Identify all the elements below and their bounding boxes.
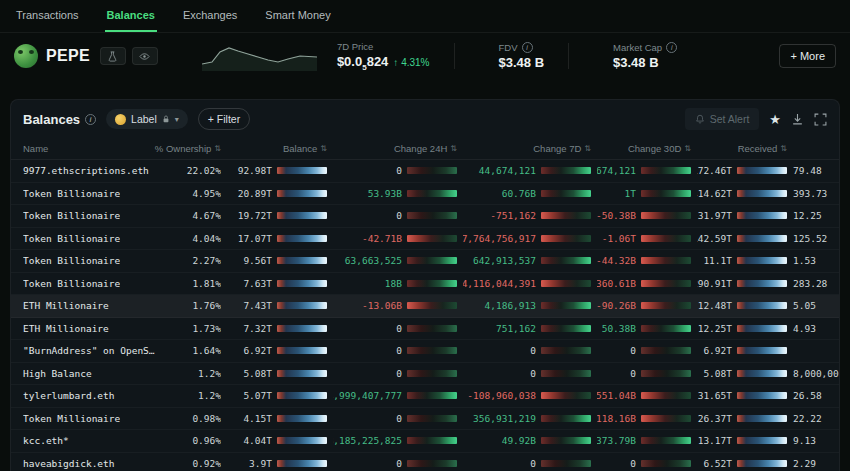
table-row[interactable]: tylerlumbard.eth1.2%5.07T4,999,407,777-1… (11, 385, 839, 408)
cell-ownership: 1.73% (163, 323, 221, 334)
column-header[interactable]: Change 7D⇅ (463, 143, 591, 154)
cell-name[interactable]: Token Billionaire (23, 233, 157, 244)
column-header[interactable]: Change 24H⇅ (333, 143, 457, 154)
more-button[interactable]: + More (779, 44, 836, 68)
change-bar (407, 212, 457, 219)
token-name: PEPE (46, 47, 90, 65)
fullscreen-button[interactable] (814, 113, 827, 126)
fdv-stat: FDVi $3.48 B (499, 42, 545, 70)
market-cap-value: $3.48 B (613, 55, 677, 70)
column-header[interactable]: Received⇅ (697, 143, 787, 154)
column-header[interactable]: % Ownership⇅ (163, 143, 221, 154)
column-header[interactable]: Change 30D⇅ (597, 143, 691, 154)
cell-name[interactable]: ETH Millionaire (23, 300, 157, 311)
price-prefix: $0.0 (337, 54, 362, 69)
change-bar (641, 212, 691, 219)
cell-name[interactable]: "BurnAddress" on OpenSea (23, 345, 157, 356)
change-bar (407, 302, 457, 309)
cell-c30: 50.38B (597, 323, 691, 334)
balance-bar (737, 325, 787, 332)
table-row[interactable]: haveabigdick.eth0.92%3.9T0006.52T2.29 (11, 453, 839, 471)
change-bar (407, 460, 457, 467)
cell-received: 13.17T (697, 435, 787, 446)
tab-exchanges[interactable]: Exchanges (181, 0, 239, 32)
label-filter-pill[interactable]: Label ▾ (106, 109, 188, 129)
cell-name[interactable]: haveabigdick.eth (23, 458, 157, 469)
cell-balance: 3.9T (227, 458, 327, 469)
set-alert-button[interactable]: Set Alert (685, 108, 760, 130)
cell-name[interactable]: ETH Millionaire (23, 323, 157, 334)
price-sparkline (202, 41, 317, 71)
eye-button[interactable] (132, 47, 158, 65)
price-label: 7D Price (337, 41, 430, 52)
column-header[interactable]: Balance⇅ (227, 143, 327, 154)
cell-received: 31.97T (697, 210, 787, 221)
cell-c7: -4,116,044,391 (463, 278, 591, 289)
flask-button[interactable] (100, 47, 126, 65)
change-bar (641, 167, 691, 174)
add-filter-button[interactable]: + Filter (198, 108, 250, 130)
tab-smart-money[interactable]: Smart Money (263, 0, 332, 32)
table-row[interactable]: High Balance1.2%5.08T0005.08T8,000,000 (11, 363, 839, 386)
cell-last: 5.05 (793, 300, 840, 311)
cell-name[interactable]: Token Millionaire (23, 413, 157, 424)
table-row[interactable]: Token Billionaire4.95%20.89T53.93B60.76B… (11, 183, 839, 206)
cell-name[interactable]: Token Billionaire (23, 255, 157, 266)
change-bar (541, 415, 591, 422)
cell-balance: 6.92T (227, 345, 327, 356)
cell-name[interactable]: High Balance (23, 368, 157, 379)
table-row[interactable]: kcc.eth*0.96%4.04T8,185,225,82549.92B373… (11, 430, 839, 453)
top-nav: Transactions Balances Exchanges Smart Mo… (0, 0, 850, 33)
label-coin-icon (115, 114, 126, 125)
cell-c30: -44.32B (597, 255, 691, 266)
table-row[interactable]: Token Billionaire4.67%19.72T0-751,162-50… (11, 205, 839, 228)
cell-name[interactable]: Token Billionaire (23, 188, 157, 199)
cell-name[interactable]: Token Billionaire (23, 278, 157, 289)
cell-name[interactable]: Token Billionaire (23, 210, 157, 221)
cell-c24: 0 (333, 165, 457, 176)
download-button[interactable] (791, 113, 804, 126)
change-bar (641, 392, 691, 399)
eye-icon (139, 51, 150, 62)
table-row[interactable]: ETH Millionaire1.73%7.32T0751,16250.38B1… (11, 318, 839, 341)
table-row[interactable]: "BurnAddress" on OpenSea1.64%6.92T0006.9… (11, 340, 839, 363)
cell-name[interactable]: 9977.ethscriptions.eth (23, 165, 157, 176)
tab-balances[interactable]: Balances (105, 0, 157, 32)
cell-balance: 20.89T (227, 188, 327, 199)
balance-bar (277, 235, 327, 242)
cell-c30: -90.26B (597, 300, 691, 311)
info-icon: i (666, 42, 677, 53)
expand-icon (814, 113, 827, 126)
cell-c7: -108,960,038 (463, 390, 591, 401)
cell-c7: -7,764,756,917 (463, 233, 591, 244)
cell-received: 142.59T (697, 233, 787, 244)
table-row[interactable]: Token Billionaire2.27%9.56T63,663,525642… (11, 250, 839, 273)
flask-icon (107, 51, 118, 62)
table-row[interactable]: 9977.ethscriptions.eth22.02%92.98T044,67… (11, 160, 839, 183)
table-row[interactable]: Token Billionaire1.81%7.63T18B-4,116,044… (11, 273, 839, 296)
cell-name[interactable]: tylerlumbard.eth (23, 390, 157, 401)
balance-bar (737, 190, 787, 197)
table-header: Name% Ownership⇅Balance⇅Change 24H⇅Chang… (11, 138, 839, 160)
cell-c30: 0 (597, 368, 691, 379)
cell-received: 6.52T (697, 458, 787, 469)
cell-received: 414.62T (697, 188, 787, 199)
balance-bar (737, 392, 787, 399)
table-row[interactable]: Token Billionaire4.04%17.07T-42.71B-7,76… (11, 228, 839, 251)
balance-bar (277, 392, 327, 399)
table-row[interactable]: Token Millionaire0.98%4.15T0356,931,219-… (11, 408, 839, 431)
change-bar (407, 280, 457, 287)
change-bar (641, 347, 691, 354)
balance-bar (737, 415, 787, 422)
balance-bar (277, 437, 327, 444)
favorite-star-button[interactable]: ★ (769, 113, 781, 126)
table-row[interactable]: ETH Millionaire1.76%7.43T-13.06B4,186,91… (11, 295, 839, 318)
balance-bar (737, 280, 787, 287)
cell-received: 5.08T (697, 368, 787, 379)
cell-c7: 4,186,913 (463, 300, 591, 311)
cell-c30: -551.04B (597, 390, 691, 401)
tab-transactions[interactable]: Transactions (14, 0, 81, 32)
cell-name[interactable]: kcc.eth* (23, 435, 157, 446)
cell-received: 31.65T (697, 390, 787, 401)
change-bar (407, 370, 457, 377)
